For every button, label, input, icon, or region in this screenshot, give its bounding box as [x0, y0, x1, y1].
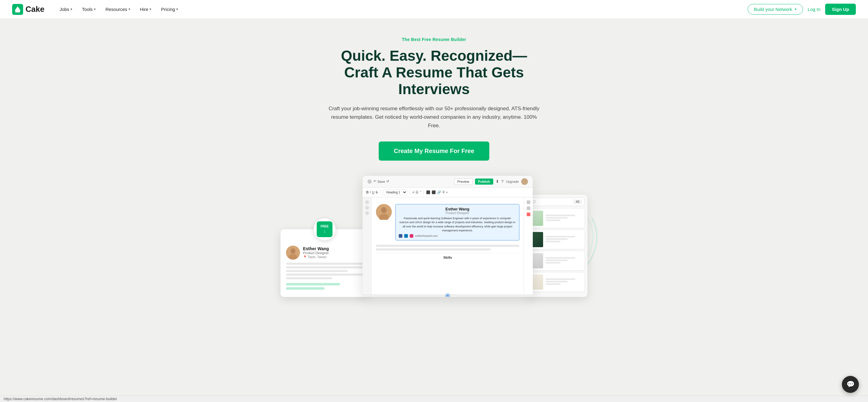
hero-subtitle: The Best Free Resume Builder [402, 37, 466, 42]
resume-text-preview [286, 263, 363, 279]
skills-section-label: Skills [376, 253, 519, 259]
heading-select[interactable]: Heading 1 [383, 190, 407, 195]
link-button[interactable]: 🔗 [437, 190, 441, 194]
style-icon [367, 179, 372, 184]
template-card-3[interactable] [530, 252, 584, 270]
nav-hire[interactable]: Hire ▾ [136, 4, 156, 14]
chat-button[interactable]: 💬 [842, 376, 859, 393]
resume-role: Product Designer [303, 251, 329, 255]
settings-icon [527, 206, 530, 210]
signup-button[interactable]: Sign Up [825, 4, 856, 15]
chevron-down-icon: ▾ [94, 7, 96, 11]
resume-left-card: FREE ↓ Esther Wang Product Designer [281, 229, 369, 297]
svg-point-3 [290, 248, 296, 254]
editor-person-role: Product Designer [399, 211, 516, 215]
editor-website: estherhoward.com [415, 234, 438, 237]
align-center-button[interactable]: ⬛ [432, 190, 436, 194]
templates-panel: All [527, 195, 587, 297]
bold-button[interactable]: B [366, 190, 369, 194]
editor-content: Esther Wang Product Designer Passionate … [372, 197, 524, 295]
linkedin-icon [404, 234, 408, 238]
free-badge: FREE ↓ [314, 218, 336, 240]
publish-button[interactable]: Publish [475, 178, 493, 185]
hero-section: The Best Free Resume Builder Quick. Easy… [0, 19, 868, 402]
editor-bio: Passionate and quick-learning Software E… [399, 216, 516, 233]
italic-button[interactable]: I [370, 190, 371, 194]
editor-bottom-bar [363, 295, 533, 297]
preview-button[interactable]: Preview [454, 178, 473, 185]
user-avatar [521, 178, 528, 185]
svg-rect-1 [15, 11, 20, 12]
template-thumbnail-1 [532, 211, 543, 226]
login-button[interactable]: Log In [808, 7, 820, 12]
chat-icon: 💬 [846, 380, 855, 388]
location-pin-icon: 📍 [303, 255, 307, 259]
hero-title: Quick. Easy. Recognized— Craft A Resume … [309, 47, 559, 98]
download-icon: ↓ [324, 229, 326, 233]
logo[interactable]: Cake [12, 4, 44, 15]
editor-person-name: Esther Wang [399, 207, 516, 211]
template-thumbnail-4 [532, 274, 543, 290]
resume-person: Esther Wang Product Designer 📍 Taipei, T… [286, 246, 363, 260]
underline-button[interactable]: U [372, 190, 374, 194]
strikethrough-button[interactable]: S̶ [376, 190, 378, 194]
search-icon [532, 200, 535, 203]
more-button[interactable]: T̶ [442, 190, 445, 194]
nav-pricing[interactable]: Pricing ▾ [157, 4, 182, 14]
create-resume-button[interactable]: Create My Resume For Free [379, 141, 490, 161]
chevron-down-icon: ▾ [150, 7, 151, 11]
help-icon: ? [501, 179, 504, 184]
editor-right-panel [524, 197, 533, 295]
navbar: Cake Jobs ▾ Tools ▾ Resources ▾ Hire ▾ P… [0, 0, 868, 19]
download-icon: ⬇ [496, 179, 499, 184]
status-url: https://www.cakeresume.com/dashboard/res… [4, 397, 117, 401]
save-icon: ↶ [374, 179, 376, 183]
nav-tools[interactable]: Tools ▾ [78, 4, 100, 14]
template-card-1[interactable] [530, 209, 584, 228]
hero-description: Craft your job-winning resume effortless… [324, 104, 544, 130]
save-button[interactable]: ↶ Save ↺ [374, 179, 389, 183]
upgrade-button[interactable]: Upgrade [506, 180, 519, 183]
editor-body: Esther Wang Product Designer Passionate … [363, 197, 533, 295]
all-filter-tag[interactable]: All [574, 199, 582, 204]
status-bar: https://www.cakeresume.com/dashboard/res… [0, 396, 868, 402]
nav-jobs[interactable]: Jobs ▾ [55, 4, 76, 14]
editor-topbar: ↶ Save ↺ Preview Publish ⬇ ? Upgrade [363, 176, 533, 188]
avatar [286, 246, 300, 260]
template-thumbnail-2 [532, 232, 543, 247]
list-bullet-button[interactable]: ≡ [412, 190, 414, 194]
quote-button[interactable]: " [420, 190, 421, 194]
nav-links: Jobs ▾ Tools ▾ Resources ▾ Hire ▾ Pricin… [55, 4, 748, 14]
nav-resources[interactable]: Resources ▾ [101, 4, 135, 14]
chevron-down-icon: ▾ [129, 7, 130, 11]
editor-toolbar: B I U S̶ Heading 1 ≡ ☰ " ⬛ ⬛ 🔗 T̶ + [363, 188, 533, 197]
hero-image-area: FREE ↓ Esther Wang Product Designer [252, 176, 616, 297]
chevron-down-icon: ▾ [176, 7, 178, 11]
progress-indicator [446, 294, 449, 297]
edit-icon [527, 200, 530, 204]
undo-icon: ↺ [386, 179, 389, 183]
template-thumbnail-3 [532, 253, 543, 268]
facebook-icon [399, 234, 402, 238]
build-network-button[interactable]: Build your Network ▾ [748, 4, 803, 14]
trash-icon [527, 212, 530, 216]
template-card-4[interactable] [530, 273, 584, 292]
svg-point-6 [381, 207, 386, 213]
expand-button[interactable]: + [446, 190, 448, 194]
chevron-down-icon: ▾ [70, 7, 72, 11]
instagram-icon [410, 234, 413, 238]
resume-location: 📍 Taipei, Taiwan [303, 255, 329, 259]
cake-logo-icon [12, 4, 23, 15]
list-numbered-button[interactable]: ☰ [415, 190, 418, 194]
template-card-2[interactable] [530, 230, 584, 249]
align-left-button[interactable]: ⬛ [426, 190, 430, 194]
templates-search: All [530, 198, 584, 206]
editor-mockup: ↶ Save ↺ Preview Publish ⬇ ? Upgrade B [363, 176, 533, 297]
brand-name: Cake [26, 5, 44, 14]
editor-avatar [376, 204, 392, 220]
nav-right: Build your Network ▾ Log In Sign Up [748, 4, 856, 15]
chevron-down-icon: ▾ [795, 7, 797, 11]
editor-sidebar [363, 197, 372, 295]
resume-name: Esther Wang [303, 246, 329, 251]
editor-profile-row: Esther Wang Product Designer Passionate … [376, 204, 519, 240]
